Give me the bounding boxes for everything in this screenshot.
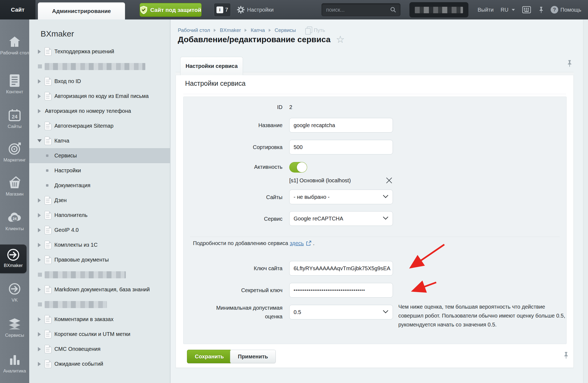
service-select[interactable]: Google reCAPTCHA bbox=[289, 211, 393, 226]
menu-item[interactable]: Короткие ссылки и UTM метки bbox=[29, 327, 170, 342]
keyboard-icon bbox=[522, 6, 531, 13]
menu-item[interactable]: Комплекты из 1С bbox=[29, 237, 170, 252]
site-protected-button[interactable]: Сайт под защитой bbox=[140, 3, 202, 17]
secret-key-field[interactable]: •••••••••••••••••••••••••••••••••••••• bbox=[289, 283, 393, 298]
notification-counter[interactable]: i 7 bbox=[214, 3, 231, 17]
collapse-arrow-icon[interactable] bbox=[37, 139, 42, 142]
expand-arrow-icon[interactable] bbox=[38, 94, 41, 98]
calendar-24-icon: 24 bbox=[0, 108, 29, 122]
top-bar: Сайт Администрирование Сайт под защитой … bbox=[0, 0, 588, 19]
path-toggle[interactable]: Путь bbox=[305, 27, 325, 34]
expand-arrow-icon[interactable] bbox=[38, 124, 41, 128]
expand-arrow-icon[interactable] bbox=[38, 213, 41, 217]
document-icon bbox=[45, 345, 51, 353]
menu-item[interactable]: GeoIP 4.0 bbox=[29, 223, 170, 237]
menu-item[interactable]: Наполнитель bbox=[29, 208, 170, 223]
logout-link[interactable]: Выйти bbox=[478, 0, 494, 19]
rail-item-store[interactable]: Магазин bbox=[0, 176, 29, 197]
min-score-note: Чем ниже оценка, тем большая вероятность… bbox=[398, 302, 566, 329]
rail-item-vk[interactable]: VK bbox=[0, 282, 29, 303]
menu-item[interactable]: Дзен bbox=[29, 193, 170, 208]
search-input[interactable]: поиск... bbox=[321, 3, 400, 16]
help-button[interactable]: ? Помощь bbox=[551, 0, 581, 19]
pin-form-icon[interactable] bbox=[566, 60, 573, 68]
menu-item[interactable]: Авторизация по коду из Email письма bbox=[29, 89, 170, 104]
search-icon[interactable] bbox=[390, 6, 400, 13]
left-rail: Рабочий стол Контент 24 Сайты Маркетинг … bbox=[0, 19, 29, 383]
breadcrumb-captcha[interactable]: Капча bbox=[251, 27, 265, 33]
user-menu[interactable] bbox=[409, 2, 468, 18]
menu-item[interactable]: Авторизация по номеру телефона bbox=[29, 104, 170, 118]
expand-arrow-icon[interactable] bbox=[38, 49, 41, 54]
topbar-settings[interactable]: Настройки bbox=[237, 0, 274, 19]
menu-item[interactable]: Вход по ID bbox=[29, 74, 170, 89]
breadcrumb-bxmaker[interactable]: BXmaker bbox=[220, 27, 241, 33]
target-icon bbox=[0, 142, 29, 156]
menu-item[interactable]: Markdown документация, база знаний bbox=[29, 282, 170, 297]
rail-item-desktop[interactable]: Рабочий стол bbox=[0, 35, 29, 56]
expand-arrow-icon[interactable] bbox=[38, 243, 41, 247]
remove-site-icon[interactable] bbox=[385, 176, 393, 186]
expand-arrow-icon[interactable] bbox=[38, 317, 41, 322]
hotkeys-button[interactable] bbox=[522, 0, 531, 19]
expand-arrow-icon[interactable] bbox=[38, 228, 41, 232]
rail-item-marketing[interactable]: Маркетинг bbox=[0, 142, 29, 163]
external-link-icon[interactable] bbox=[306, 240, 311, 246]
pin-buttons-icon[interactable] bbox=[563, 351, 570, 360]
sort-field[interactable]: 500 bbox=[289, 140, 393, 154]
expand-arrow-icon[interactable] bbox=[38, 109, 41, 113]
sites-select[interactable]: - не выбрано - bbox=[289, 190, 393, 204]
toggle-knob bbox=[297, 162, 307, 172]
menu-item[interactable]: СМС Оповещения bbox=[29, 342, 170, 356]
arrow-circle-icon bbox=[0, 248, 27, 262]
expand-arrow-icon[interactable] bbox=[38, 362, 41, 366]
menu-item-label: Автогенерация Sitemap bbox=[29, 123, 113, 129]
menu-item[interactable]: Правовые документы bbox=[29, 252, 170, 267]
expand-arrow-icon[interactable] bbox=[38, 79, 41, 84]
menu-item[interactable]: Ожидание событий bbox=[29, 356, 170, 371]
rail-item-bxmaker-active[interactable]: BXmaker bbox=[0, 245, 27, 273]
menu-item[interactable]: Автогенерация Sitemap bbox=[29, 118, 170, 133]
expand-arrow-icon[interactable] bbox=[38, 198, 41, 203]
details-link[interactable]: здесь bbox=[290, 240, 304, 246]
name-field[interactable]: google recaptcha bbox=[289, 118, 393, 133]
expand-arrow-icon[interactable] bbox=[38, 288, 41, 292]
favorite-star-icon[interactable]: ☆ bbox=[336, 35, 344, 44]
breadcrumb-desktop[interactable]: Рабочий стол bbox=[178, 27, 210, 33]
expand-arrow-icon[interactable] bbox=[38, 332, 41, 336]
rail-label: Аналитика bbox=[0, 368, 29, 374]
language-dropdown[interactable]: RU bbox=[501, 0, 515, 19]
site-tab[interactable]: Сайт bbox=[0, 0, 35, 19]
rail-item-sites[interactable]: 24 Сайты bbox=[0, 108, 29, 129]
menu-subitem[interactable]: Настройки bbox=[29, 163, 170, 178]
min-score-select[interactable]: 0.5 bbox=[289, 305, 393, 319]
page-scrollbar[interactable] bbox=[583, 19, 588, 383]
menu-item-redacted[interactable] bbox=[29, 297, 170, 312]
active-toggle[interactable] bbox=[289, 162, 307, 173]
menu-subitem-selected[interactable]: Сервисы bbox=[29, 148, 170, 163]
menu-item[interactable]: Техподдержка решений bbox=[29, 44, 170, 59]
menu-item[interactable]: Комментарии в заказах bbox=[29, 312, 170, 327]
apply-button[interactable]: Применить bbox=[230, 350, 276, 363]
menu-item-expanded[interactable]: Капча bbox=[29, 133, 170, 148]
menu-subitem[interactable]: Документация bbox=[29, 178, 170, 193]
rail-item-content[interactable]: Контент bbox=[0, 74, 29, 95]
bitrix-admin-app: Сайт Администрирование Сайт под защитой … bbox=[0, 0, 588, 383]
layers-icon bbox=[0, 317, 29, 331]
menu-item-redacted[interactable] bbox=[29, 59, 170, 74]
save-button[interactable]: Сохранить bbox=[187, 350, 232, 363]
home-icon bbox=[0, 35, 29, 49]
site-key-field[interactable]: 6LftyRYsAAAAAAqvTmGjbk75X5g9sEA bbox=[289, 261, 393, 276]
menu-item-redacted[interactable] bbox=[29, 267, 170, 282]
rail-item-services[interactable]: Сервисы bbox=[0, 317, 29, 338]
chevron-down-icon bbox=[382, 216, 389, 222]
rail-item-analytics[interactable]: Аналитика bbox=[0, 353, 29, 374]
rail-item-clients[interactable]: 24 Клиенты bbox=[0, 210, 29, 232]
expand-arrow-icon[interactable] bbox=[38, 258, 41, 262]
admin-tab[interactable]: Администрирование bbox=[38, 2, 125, 19]
breadcrumb-services[interactable]: Сервисы bbox=[275, 27, 296, 33]
expand-arrow-icon[interactable] bbox=[38, 347, 41, 351]
menu-item-label: Вход по ID bbox=[29, 78, 81, 84]
pin-toolbar-icon[interactable] bbox=[538, 0, 544, 19]
tab-service-settings[interactable]: Настройки сервиса bbox=[180, 57, 243, 75]
